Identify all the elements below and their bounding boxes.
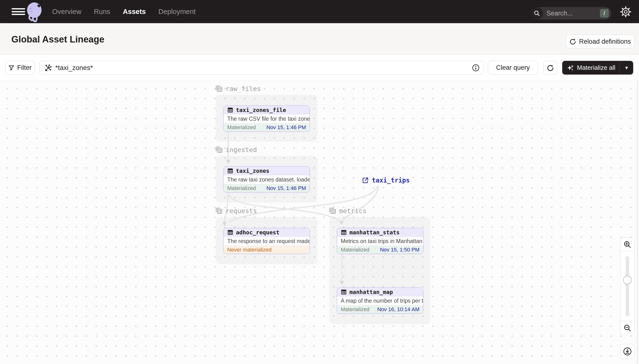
caret-down-icon: ▾ xyxy=(625,65,628,71)
asset-description: The raw CSV file for the taxi zones dat.… xyxy=(224,114,310,123)
search-shortcut-badge: / xyxy=(600,9,609,18)
table-icon xyxy=(227,107,233,113)
materialize-all-label: Materialize all xyxy=(577,64,615,72)
filter-funnel-icon xyxy=(8,65,15,71)
asset-node-adhoc_request[interactable]: adhoc_request The response to an request… xyxy=(223,228,310,254)
zoom-out-icon xyxy=(623,324,631,332)
materialize-options-caret[interactable]: ▾ xyxy=(620,61,633,74)
canvas-right-edge-divider xyxy=(637,81,637,364)
page-header: Global Asset Lineage Reload definitions xyxy=(0,23,639,55)
asset-node-taxi_zones[interactable]: taxi_zones The raw taxi zones dataset, l… xyxy=(223,166,310,192)
asset-group-icon xyxy=(329,207,336,214)
asset-name: manhattan_map xyxy=(349,289,393,295)
asset-status-row: Materialized Nov 16, 10:14 AM xyxy=(337,305,423,313)
lineage-query-icon xyxy=(44,64,52,72)
group-name: requests xyxy=(226,207,257,214)
asset-description: The raw taxi zones dataset, loaded int..… xyxy=(224,175,310,184)
zoom-slider-thumb[interactable] xyxy=(623,276,632,284)
status-label: Materialized xyxy=(227,185,256,192)
zoom-in-icon xyxy=(623,241,631,248)
lineage-edges-svg xyxy=(0,81,639,364)
refresh-icon xyxy=(569,38,576,45)
lineage-canvas[interactable]: raw_files ingested requests metrics xyxy=(0,80,639,364)
lineage-toolbar: Filter *taxi_zones* Clear query Ma xyxy=(0,55,639,80)
asset-description: A map of the number of trips per taxi z.… xyxy=(337,296,423,305)
group-label-metrics[interactable]: metrics xyxy=(329,207,367,214)
query-info-icon[interactable] xyxy=(472,64,480,72)
materialize-all-button[interactable]: Materialize all xyxy=(562,61,620,74)
table-icon xyxy=(341,229,347,235)
top-nav-bar: Overview Runs Assets Deployment Search..… xyxy=(0,0,639,23)
asset-node-manhattan_map[interactable]: manhattan_map A map of the number of tri… xyxy=(337,288,423,314)
search-placeholder: Search... xyxy=(546,10,600,17)
zoom-in-button[interactable] xyxy=(620,238,634,251)
table-icon xyxy=(227,168,233,174)
external-asset-name: taxi_trips xyxy=(372,177,410,184)
status-label: Materialized xyxy=(341,306,369,312)
nav-assets[interactable]: Assets xyxy=(123,8,146,16)
status-label: Materialized xyxy=(227,124,256,130)
asset-group-icon xyxy=(215,146,223,154)
asset-status-row: Materialized Nov 15, 1:46 PM xyxy=(224,123,310,131)
sparkle-icon xyxy=(566,64,574,72)
zoom-out-button[interactable] xyxy=(620,321,634,334)
asset-description: The response to an request made in th... xyxy=(224,237,310,246)
materialize-all-split-button: Materialize all ▾ xyxy=(562,61,633,74)
asset-status-row: Never materialized xyxy=(224,246,310,254)
asset-name: adhoc_request xyxy=(236,229,279,236)
settings-gear-icon[interactable] xyxy=(620,6,631,18)
status-timestamp: Nov 16, 10:14 AM xyxy=(377,306,419,312)
group-label-raw-files[interactable]: raw_files xyxy=(215,85,261,92)
page-title: Global Asset Lineage xyxy=(11,34,104,45)
asset-query-value: *taxi_zones* xyxy=(55,64,472,72)
nav-runs[interactable]: Runs xyxy=(94,8,110,16)
download-graph-button[interactable] xyxy=(620,344,635,359)
filter-label: Filter xyxy=(17,64,32,72)
refresh-graph-button[interactable] xyxy=(543,61,557,74)
asset-status-row: Materialized Nov 15, 1:46 PM xyxy=(224,184,310,192)
download-circle-icon xyxy=(623,347,632,356)
reload-definitions-label: Reload definitions xyxy=(579,38,631,46)
status-label: Materialized xyxy=(341,247,369,253)
edge-taxi_trips-manhattan_stats xyxy=(343,186,378,220)
group-label-requests[interactable]: requests xyxy=(215,207,257,214)
group-name: raw_files xyxy=(226,85,261,92)
asset-node-taxi_zones_file[interactable]: taxi_zones_file The raw CSV file for the… xyxy=(223,106,310,132)
clear-query-button[interactable]: Clear query xyxy=(488,61,538,74)
search-icon xyxy=(530,7,543,20)
group-label-ingested[interactable]: ingested xyxy=(215,146,257,154)
asset-status-row: Materialized Nov 15, 1:50 PM xyxy=(337,246,423,254)
group-name: metrics xyxy=(339,207,367,214)
asset-description: Metrics on taxi trips in Manhattan xyxy=(337,237,423,246)
status-timestamp: Nov 15, 1:46 PM xyxy=(266,124,306,130)
asset-group-icon xyxy=(215,85,223,92)
zoom-slider[interactable] xyxy=(620,251,634,321)
asset-name: taxi_zones xyxy=(236,168,269,174)
asset-query-input[interactable]: *taxi_zones* xyxy=(39,61,484,74)
asset-node-manhattan_stats[interactable]: manhattan_stats Metrics on taxi trips in… xyxy=(337,228,423,254)
nav-overview[interactable]: Overview xyxy=(52,8,81,16)
status-timestamp: Nov 15, 1:46 PM xyxy=(266,185,306,192)
nav-deployment[interactable]: Deployment xyxy=(158,8,196,16)
status-label: Never materialized xyxy=(227,247,271,253)
asset-name: manhattan_stats xyxy=(349,229,400,236)
dagster-logo[interactable] xyxy=(25,2,45,22)
clear-query-label: Clear query xyxy=(496,64,530,72)
filter-button[interactable]: Filter xyxy=(5,61,35,74)
external-asset-taxi_trips[interactable]: taxi_trips xyxy=(362,177,410,184)
zoom-controls xyxy=(620,238,635,335)
asset-name: taxi_zones_file xyxy=(236,107,286,113)
primary-nav: Overview Runs Assets Deployment xyxy=(52,0,196,23)
table-icon xyxy=(341,289,347,295)
search-input[interactable]: Search... / xyxy=(530,7,611,20)
menu-icon[interactable] xyxy=(12,8,25,15)
group-name: ingested xyxy=(226,146,257,154)
table-icon xyxy=(227,229,233,235)
external-link-icon xyxy=(362,177,369,184)
asset-group-icon xyxy=(215,207,223,214)
status-timestamp: Nov 15, 1:50 PM xyxy=(380,247,419,253)
refresh-icon xyxy=(547,64,554,72)
zoom-slider-track[interactable] xyxy=(626,256,629,316)
reload-definitions-button[interactable]: Reload definitions xyxy=(566,35,634,48)
